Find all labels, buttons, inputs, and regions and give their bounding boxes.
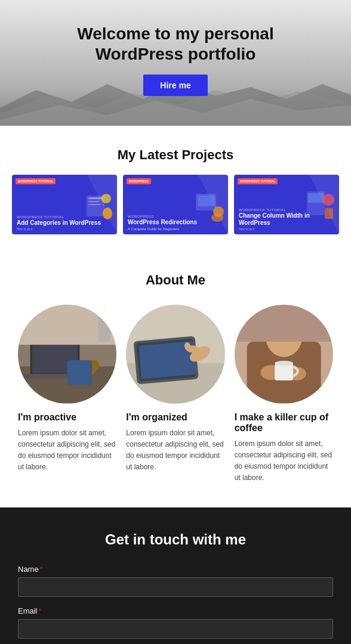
email-label: Email* [18, 606, 333, 615]
about-item-title-2: I'm organized [126, 412, 224, 423]
email-form-group: Email* [18, 606, 333, 639]
contact-title: Get in touch with me [18, 531, 333, 548]
svg-rect-16 [325, 208, 333, 219]
email-input[interactable] [18, 619, 333, 639]
svg-point-15 [322, 194, 334, 206]
svg-point-8 [103, 208, 112, 219]
svg-point-43 [275, 361, 293, 366]
about-grid: I'm proactive Lorem ipsum dolor sit amet… [18, 305, 333, 484]
svg-rect-5 [88, 201, 99, 202]
email-required: * [39, 606, 42, 615]
svg-rect-4 [88, 197, 103, 199]
svg-point-12 [211, 213, 223, 222]
project-badge-2: WordPress [127, 178, 151, 184]
about-item-text-1: Lorem ipsum dolor sit amet, consectetur … [18, 428, 116, 473]
hero-title: Welcome to my personal WordPress portfol… [36, 24, 315, 64]
name-label: Name* [18, 565, 333, 574]
name-form-group: Name* [18, 565, 333, 597]
project-illus-3 [306, 187, 335, 222]
hire-me-button[interactable]: Hire me [143, 75, 207, 96]
svg-rect-42 [275, 363, 293, 380]
about-item-text-3: Lorem ipsum dolor sit amet, consectetur … [235, 438, 333, 484]
about-photo-2 [126, 305, 224, 403]
project-card-1[interactable]: WordPress Tutorial WORDPRESS TUTORIAL Ad… [12, 175, 117, 234]
about-img-1 [18, 305, 116, 403]
project-illus-2 [195, 187, 224, 222]
svg-rect-27 [98, 317, 110, 342]
project-desc-1: How to do it [17, 227, 112, 231]
svg-rect-6 [88, 204, 100, 205]
project-illus-1 [84, 187, 113, 222]
about-col-1: I'm proactive Lorem ipsum dolor sit amet… [18, 305, 116, 484]
about-title: About Me [18, 273, 333, 288]
about-img-2 [126, 305, 224, 403]
about-img-wrap-2 [126, 305, 224, 403]
project-card-2[interactable]: WordPress WORDPRESS WordPress Redirectio… [123, 175, 228, 234]
about-item-title-3: I make a killer cup of coffee [235, 412, 333, 434]
project-desc-2: A Complete Guide for Beginners [128, 227, 223, 231]
svg-rect-21 [18, 374, 73, 379]
about-item-title-1: I'm proactive [18, 412, 116, 423]
svg-rect-14 [308, 193, 324, 203]
project-card-3[interactable]: WordPress Tutorial WORDPRESS TUTORIAL Ch… [234, 175, 339, 234]
project-badge-1: WordPress Tutorial [16, 178, 56, 184]
svg-rect-10 [198, 196, 214, 206]
projects-section: My Latest Projects WordPress Tutorial WO… [0, 126, 351, 249]
svg-point-7 [101, 194, 111, 203]
contact-section: Get in touch with me Name* Email* Messag… [0, 507, 351, 644]
about-col-3: I make a killer cup of coffee Lorem ipsu… [235, 305, 333, 484]
svg-rect-44 [235, 305, 333, 342]
about-img-3 [235, 305, 333, 403]
hero-section: Welcome to my personal WordPress portfol… [0, 0, 351, 126]
name-required: * [40, 565, 43, 574]
about-item-text-2: Lorem ipsum dolor sit amet, consectetur … [126, 428, 224, 473]
about-photo-1 [18, 305, 116, 403]
projects-title: My Latest Projects [12, 147, 339, 163]
project-badge-3: WordPress Tutorial [238, 178, 278, 184]
name-input[interactable] [18, 577, 333, 597]
about-section: About Me [0, 249, 351, 507]
about-img-wrap-1 [18, 305, 116, 403]
project-desc-3: How to do it [239, 227, 334, 231]
projects-grid: WordPress Tutorial WORDPRESS TUTORIAL Ad… [12, 175, 339, 234]
svg-rect-25 [67, 360, 92, 385]
about-img-wrap-3 [235, 305, 333, 403]
about-col-2: I'm organized Lorem ipsum dolor sit amet… [126, 305, 224, 484]
about-photo-3 [235, 305, 333, 403]
